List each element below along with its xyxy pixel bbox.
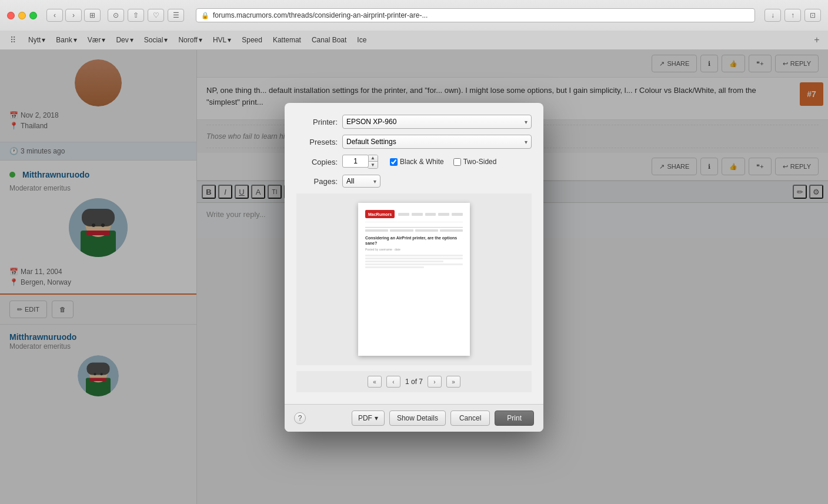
copies-increment[interactable]: ▲	[368, 155, 378, 162]
back-button[interactable]: ‹	[46, 9, 63, 22]
address-bar[interactable]: 🔒 forums.macrumors.com/threads/consideri…	[196, 8, 755, 22]
presets-row: Presets: Default Settings ▾	[296, 135, 532, 149]
printer-label: Printer:	[296, 118, 338, 126]
nav-item-canalboat[interactable]: Canal Boat	[307, 34, 351, 46]
help-button[interactable]: ?	[294, 412, 306, 424]
cancel-button[interactable]: Cancel	[450, 410, 490, 426]
nav-menu: Nytt ▾ Bank ▾ Vær ▾ Dev ▾ Social ▾ Norof…	[24, 34, 808, 46]
prev-page-btn[interactable]: ‹	[386, 376, 400, 388]
chevron-down-icon: ▾	[164, 36, 168, 44]
preview-nav-2	[412, 213, 423, 216]
preview-body-3	[365, 261, 443, 262]
copies-controls: 1 ▲ ▼ Black & White	[342, 155, 496, 169]
dialog-buttons: ? PDF ▾ Show Details Cancel Print	[285, 404, 543, 432]
printer-dropdown-arrow: ▾	[525, 119, 527, 125]
page-navigation: « ‹ 1 of 7 › »	[296, 371, 532, 392]
lock-icon: 🔒	[201, 12, 209, 19]
two-sided-text: Two-Sided	[463, 158, 497, 166]
black-white-checkbox[interactable]	[390, 158, 398, 166]
close-button[interactable]	[7, 12, 15, 19]
nav-item-nytt[interactable]: Nytt ▾	[24, 34, 50, 46]
preview-nav-5	[452, 213, 463, 216]
chevron-down-icon: ▾	[42, 36, 45, 44]
title-bar: ‹ › ⊞ ⊙ ⇧ ♡ ☰ 🔒 forums.macrumors.com/thr…	[0, 0, 828, 31]
grid-icon[interactable]: ⠿	[5, 34, 21, 46]
download-icon[interactable]: ↓	[764, 9, 781, 22]
copies-decrement[interactable]: ▼	[368, 162, 378, 168]
nav-item-vaer[interactable]: Vær ▾	[83, 34, 111, 46]
copies-row: Copies: 1 ▲ ▼	[296, 155, 532, 169]
preview-body-5	[365, 266, 424, 268]
pdf-dropdown-arrow: ▾	[375, 414, 378, 422]
share-icon[interactable]: ⇧	[128, 9, 144, 22]
preview-body-1	[365, 255, 463, 256]
print-preview: MacRumors	[296, 193, 532, 365]
preview-header: MacRumors	[365, 210, 463, 222]
black-white-text: Black & White	[400, 158, 444, 166]
print-dialog-content: Printer: EPSON XP-960 ▾ Presets: Default…	[285, 103, 543, 404]
pdf-label: PDF	[358, 414, 372, 422]
nav-item-hvl[interactable]: HVL ▾	[208, 34, 236, 46]
browser-chrome: ‹ › ⊞ ⊙ ⇧ ♡ ☰ 🔒 forums.macrumors.com/thr…	[0, 0, 828, 50]
nav-item-speed[interactable]: Speed	[237, 34, 267, 46]
nav-item-kattemat[interactable]: Kattemat	[268, 34, 306, 46]
first-page-btn[interactable]: «	[368, 376, 382, 388]
next-page-btn[interactable]: ›	[428, 376, 442, 388]
preview-nav-item-r2-2	[390, 229, 413, 232]
pages-controls: All ▾	[342, 175, 380, 188]
page-counter: 1 of 7	[405, 378, 423, 386]
nav-item-social[interactable]: Social ▾	[139, 34, 173, 46]
print-button[interactable]: Print	[495, 410, 534, 426]
traffic-lights	[7, 12, 37, 19]
two-sided-checkbox[interactable]	[453, 158, 461, 166]
fullscreen-button[interactable]	[29, 12, 37, 19]
preview-logo-text: MacRumors	[368, 212, 392, 216]
last-page-btn[interactable]: »	[446, 376, 460, 388]
preview-nav-4	[438, 213, 449, 216]
pages-dropdown-arrow: ▾	[373, 178, 376, 185]
layout-button[interactable]: ⊞	[84, 9, 101, 22]
forward-button[interactable]: ›	[65, 9, 82, 22]
fullscreen-toggle-icon[interactable]: ⊡	[804, 9, 821, 22]
preview-nav-3	[425, 213, 436, 216]
nav-item-ice[interactable]: Ice	[352, 34, 371, 46]
page-content: 📅 Nov 2, 2018 📍 Thailand 🕐 3 minutes ago…	[0, 50, 828, 504]
menu-icon[interactable]: ☰	[168, 9, 184, 22]
preview-nav-row-2	[365, 229, 463, 232]
chevron-down-icon: ▾	[74, 36, 77, 44]
copies-input[interactable]: 1	[342, 155, 369, 168]
printer-select[interactable]: EPSON XP-960 ▾	[342, 115, 532, 129]
presets-value: Default Settings	[346, 138, 396, 146]
preview-nav-item-r2-4	[440, 229, 463, 232]
chevron-down-icon: ▾	[130, 36, 133, 44]
nav-item-bank[interactable]: Bank ▾	[51, 34, 81, 46]
chevron-down-icon: ▾	[199, 36, 202, 44]
bookmark-icon[interactable]: ♡	[148, 9, 164, 22]
preview-body-2	[365, 258, 463, 259]
nav-item-noroff[interactable]: Noroff ▾	[173, 34, 206, 46]
circle-icon[interactable]: ⊙	[108, 9, 124, 22]
upload-icon[interactable]: ↑	[784, 9, 801, 22]
add-tab-button[interactable]: +	[810, 34, 823, 46]
pdf-button[interactable]: PDF ▾	[352, 410, 385, 426]
pages-row: Pages: All ▾	[296, 175, 532, 188]
url-text: forums.macrumors.com/threads/considering…	[213, 11, 428, 19]
presets-label: Presets:	[296, 138, 338, 146]
preview-body-4	[365, 263, 463, 265]
minimize-button[interactable]	[18, 12, 26, 19]
show-details-button[interactable]: Show Details	[389, 410, 446, 426]
preview-heading: Considering an AirPrint printer, are the…	[365, 235, 463, 246]
address-bar-area: 🔒 forums.macrumors.com/threads/consideri…	[196, 8, 755, 22]
pages-select[interactable]: All ▾	[342, 175, 380, 188]
print-dialog: Printer: EPSON XP-960 ▾ Presets: Default…	[285, 103, 543, 432]
preview-date: Posted by username · date	[365, 248, 463, 251]
two-sided-label[interactable]: Two-Sided	[453, 158, 497, 166]
printer-value: EPSON XP-960	[346, 118, 396, 126]
copies-label: Copies:	[296, 158, 338, 166]
black-white-label[interactable]: Black & White	[390, 158, 444, 166]
copies-input-group: 1 ▲ ▼	[342, 155, 378, 169]
nav-buttons: ‹ › ⊞	[46, 9, 101, 22]
print-dialog-overlay: Printer: EPSON XP-960 ▾ Presets: Default…	[0, 50, 828, 504]
nav-item-dev[interactable]: Dev ▾	[111, 34, 138, 46]
presets-select[interactable]: Default Settings ▾	[342, 135, 532, 149]
